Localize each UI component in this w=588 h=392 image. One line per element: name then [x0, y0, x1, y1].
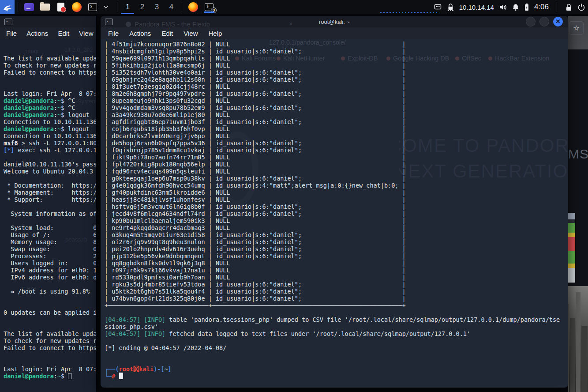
text-editor-icon[interactable]	[55, 1, 67, 13]
log-line	[105, 351, 568, 358]
table-row: | pei20lo2hnprdv4dv616r3uehq | id_usuari…	[105, 245, 568, 253]
window-count-badge: 3	[211, 8, 217, 13]
maximize-button[interactable]	[539, 17, 549, 26]
bookmark-star-button[interactable]: ☆	[569, 21, 584, 35]
terminal-line: daniel@10.10.11.136's pass	[4, 161, 96, 168]
table-row: | 9vv4godmdam3vsq8pu78b52em9 | id_usuari…	[105, 104, 568, 111]
log-line: ssions_php.csv'	[105, 323, 568, 330]
minimize-button[interactable]	[526, 17, 536, 26]
notifications-bell-icon[interactable]	[512, 4, 519, 11]
vpn-lock-icon[interactable]	[447, 3, 454, 11]
table-row: | 69gbnjrc2q42e8aqahb1l2s68n | id_usuari…	[105, 76, 568, 83]
menu-item-file[interactable]: File	[6, 30, 17, 37]
main-terminal-window[interactable]: > root@kali: ~ ✕ FileActionsEditViewHelp…	[101, 16, 568, 388]
log-line	[105, 337, 568, 344]
vpn-ip-label: 10.10.14.14	[459, 4, 494, 11]
taskbar-status-area: 10.10.14.14 4:06	[434, 2, 588, 12]
terminal-line: Usage of /: 6	[4, 231, 96, 238]
terminal-line	[4, 302, 96, 309]
firefox-icon[interactable]	[71, 1, 83, 13]
log-line: [04:04:57] [INFO] fetched data logged to…	[105, 330, 568, 337]
volume-icon[interactable]	[499, 4, 507, 11]
terminal-line	[4, 154, 96, 161]
menu-item-view[interactable]: View	[79, 30, 93, 37]
table-row: | r097jr6k9s7k166vkvaj17na1u | NULL |	[105, 267, 568, 274]
prompt-line: └─#	[105, 373, 568, 380]
table-row: | o3kuq4m5t5mqv01iur63e1di58 | id_usuari…	[105, 231, 568, 238]
table-row: | 8m2e6h8gmphj79r9pq497vpdre | id_usuari…	[105, 90, 568, 97]
terminal-line: Swap usage: 0	[4, 245, 96, 253]
files-icon[interactable]	[39, 1, 51, 13]
workspace-1[interactable]: 1	[120, 0, 135, 14]
taskbar: $_ 1 2 3 4 $_ 3 10.10.14.14	[0, 0, 588, 14]
ethernet-icon[interactable]	[434, 4, 442, 11]
menu-item-actions[interactable]: Actions	[129, 30, 151, 37]
table-row: | rd5330pdl9pmfssi0arb9h7oan | NULL |	[105, 274, 568, 281]
hero-text-fragment: MS	[568, 147, 588, 162]
terminal-line: Connection to 10.10.11.136	[4, 132, 96, 139]
kali-menu-button[interactable]	[0, 0, 15, 14]
terminal-line: Last login: Fri Apr 8 07:	[4, 366, 96, 373]
table-row: | heasjj8c48ikjlvsf1uhonfesv | NULL |	[105, 196, 568, 203]
terminal-line: The list of available upda	[4, 330, 96, 337]
workspace-2[interactable]: 2	[135, 0, 150, 14]
table-row: | fqd96rcv4ecuqs409n5qsleufi | NULL |	[105, 168, 568, 175]
terminal-window-button[interactable]: $_ 3	[203, 1, 215, 13]
close-button[interactable]: ✕	[553, 17, 563, 26]
menu-item-help[interactable]: Help	[208, 30, 222, 37]
terminal-line	[4, 217, 96, 224]
background-terminal-window[interactable]: > FileActionsEditViewHelp The list of av…	[0, 16, 96, 392]
terminal-line: Users logged in: 0	[4, 260, 96, 267]
workspace-4[interactable]: 4	[164, 0, 179, 14]
left-terminal-titlebar[interactable]: >	[0, 16, 96, 27]
workspace-3[interactable]: 3	[150, 0, 164, 14]
menu-item-edit[interactable]: Edit	[58, 30, 69, 37]
left-terminal-viewport[interactable]: The list of available updaTo check for n…	[0, 39, 96, 392]
table-row: | de5hopj6rsn6b0spfq7ppa5v36 | id_usuari…	[105, 139, 568, 147]
chevron-down-icon[interactable]	[100, 1, 112, 13]
table-row: | g0kteepqaj1oep6u7msp0u38kv | id_usuari…	[105, 175, 568, 182]
taskbar-separator	[182, 2, 182, 12]
screen-lock-icon[interactable]	[565, 3, 573, 11]
terminal-line	[4, 83, 96, 90]
main-terminal-titlebar[interactable]: > root@kali: ~ ✕	[101, 16, 568, 27]
table-row: | 8upeameujo9nhki3ps0fu32cgd | NULL |	[105, 97, 568, 104]
battery-icon[interactable]	[524, 3, 529, 11]
clock-label[interactable]: 4:06	[534, 3, 549, 11]
terminal-line: Welcome to Ubuntu 20.04.3	[4, 168, 96, 175]
menu-item-actions[interactable]: Actions	[26, 30, 48, 37]
terminal-line	[4, 48, 96, 55]
terminal-line: Memory usage: 8	[4, 238, 96, 245]
left-terminal-menubar: FileActionsEditViewHelp	[0, 27, 96, 39]
kali-logo-icon	[3, 2, 12, 12]
table-row: | g4e01qdgk36mfdh90hvcc54umq | id_usuari…	[105, 182, 568, 189]
table-row: | oi2r6rjq9v99qt8q9heu3nulon | id_usuari…	[105, 238, 568, 245]
terminal-line: System load: 0	[4, 224, 96, 231]
table-row: | rgku3s5dj4mbr85tiefv53tdoa | id_usuari…	[105, 281, 568, 288]
table-row: | 5fihkihbip2jioll1a8mcsmp6j | NULL |	[105, 62, 568, 69]
terminal-line	[4, 203, 96, 210]
menu-item-view[interactable]: View	[184, 30, 198, 37]
terminal-app-icon: >	[105, 19, 113, 25]
terminal-line	[4, 76, 96, 83]
file-manager-icon[interactable]	[23, 1, 35, 13]
terminal-line	[4, 358, 96, 366]
window-title: root@kali: ~	[101, 19, 568, 25]
menu-item-file[interactable]: File	[108, 30, 119, 37]
terminal-icon[interactable]: $_	[86, 1, 99, 13]
terminal-line	[4, 323, 96, 330]
city-skyline-image	[568, 286, 588, 392]
power-icon[interactable]	[577, 3, 585, 11]
table-row: | u74bvn6gop4rl21ds325q80j0e | id_usuari…	[105, 295, 568, 302]
terminal-line: [*] exec: ssh -L 127.0.0.1	[4, 147, 96, 154]
terminal-line: IPv6 address for eth0: d	[4, 274, 96, 281]
menu-item-edit[interactable]: Edit	[161, 30, 173, 37]
taskbar-separator	[18, 2, 18, 12]
terminal-line: daniel@pandora:~$ ^C	[4, 97, 96, 104]
terminal-line: IPv4 address for eth0: 1	[4, 267, 96, 274]
desktop: $_ 1 2 3 4 $_ 3 10.10.14.14	[0, 0, 588, 392]
terminal-line: * Documentation: https:/	[4, 182, 96, 189]
firefox-window-button[interactable]	[187, 1, 199, 13]
table-row: | 4f51mju7kcuonuqor3876n8o02 | NULL |	[105, 41, 568, 48]
main-terminal-viewport[interactable]: | 4f51mju7kcuonuqor3876n8o02 | NULL || 4…	[101, 39, 568, 388]
